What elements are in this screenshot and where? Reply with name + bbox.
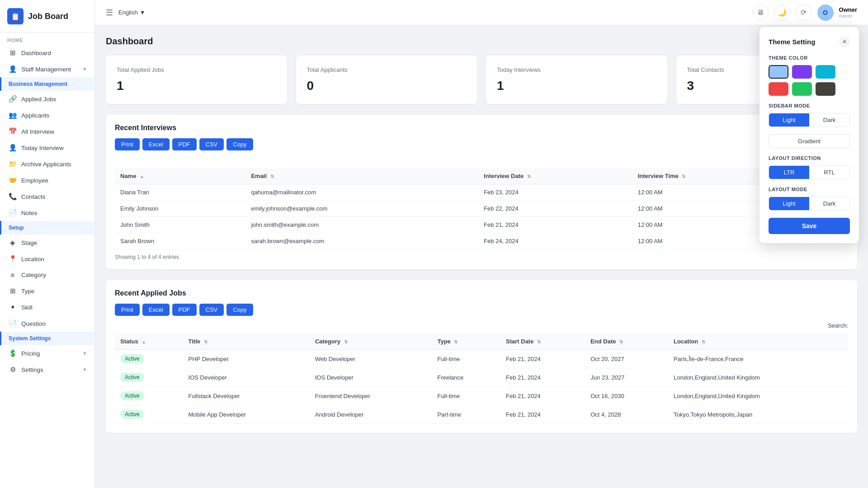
setup-section-label: Setup	[9, 225, 24, 231]
sort-icon: ⇅	[702, 339, 705, 344]
chevron-down-icon: ▼	[82, 367, 87, 372]
sidebar-section-business[interactable]: Business Management	[0, 77, 94, 91]
layout-light-button[interactable]: Light	[769, 197, 809, 210]
col-start-date[interactable]: Start Date ⇅	[500, 333, 585, 350]
sidebar-item-applied-jobs[interactable]: 🔗 Applied Jobs	[0, 91, 94, 107]
app-title: Job Board	[28, 12, 68, 21]
sidebar-item-stage[interactable]: ◈ Stage	[0, 235, 94, 251]
sidebar-item-label: Dashboard	[21, 50, 51, 56]
col-location[interactable]: Location ⇅	[668, 333, 848, 350]
sidebar-item-location[interactable]: 📍 Location	[0, 251, 94, 267]
sidebar-item-category[interactable]: ≡ Category	[0, 267, 94, 283]
cell-email: emily.johnson@example.com	[245, 201, 478, 217]
excel-button[interactable]: Excel	[142, 138, 170, 150]
layout-dark-button[interactable]: Dark	[809, 197, 849, 210]
cell-email: sarah.brown@example.com	[245, 233, 478, 249]
sidebar-item-question[interactable]: 📄 Question	[0, 315, 94, 332]
sidebar-item-notes[interactable]: 📄 Notes	[0, 205, 94, 221]
sidebar-item-contacts[interactable]: 📞 Contacts	[0, 188, 94, 205]
gradient-button[interactable]: Gradient	[769, 134, 850, 148]
sidebar-section-system[interactable]: System Settings	[0, 332, 94, 345]
pdf-button[interactable]: PDF	[172, 304, 197, 316]
color-swatch-green[interactable]	[792, 82, 812, 96]
sidebar-item-type[interactable]: ⊞ Type	[0, 283, 94, 299]
table-row: John Smith john.smith@example.com Feb 21…	[115, 217, 848, 233]
pdf-button[interactable]: PDF	[172, 138, 197, 150]
sidebar-item-all-interview[interactable]: 📅 All Interview	[0, 123, 94, 140]
csv-button[interactable]: CSV	[199, 138, 224, 150]
interviews-table: Name ▲ Email ⇅ Interview Date ⇅ Intervie…	[115, 168, 848, 249]
stat-applied-jobs: Total Applied Jobs 1	[106, 56, 287, 104]
moon-icon[interactable]: 🌙	[774, 5, 790, 21]
col-status[interactable]: Status ▲	[115, 333, 183, 350]
archive-icon: 📁	[9, 160, 17, 168]
col-category[interactable]: Category ⇅	[310, 333, 432, 350]
ltr-button[interactable]: LTR	[769, 166, 809, 179]
sort-icon: ⇅	[682, 174, 685, 179]
sidebar-item-dashboard[interactable]: ⊞ Dashboard	[0, 45, 94, 61]
sidebar-item-today-interview[interactable]: 👤 Today Interview	[0, 140, 94, 156]
sidebar-item-skill[interactable]: ✦ Skill	[0, 299, 94, 315]
sidebar-section-setup[interactable]: Setup	[0, 221, 94, 235]
col-name[interactable]: Name ▲	[115, 168, 245, 184]
csv-button[interactable]: CSV	[199, 304, 224, 316]
table-row: Active PHP Developer Web Developer Full-…	[115, 350, 848, 368]
color-swatch-blue-light[interactable]	[769, 65, 788, 79]
cell-title: PHP Developer	[183, 350, 310, 368]
sidebar-item-settings[interactable]: ⚙ Settings ▼	[0, 361, 94, 378]
excel-button[interactable]: Excel	[142, 304, 170, 316]
col-email[interactable]: Email ⇅	[245, 168, 478, 184]
cell-category: Android Developer	[310, 405, 432, 424]
cell-name: John Smith	[115, 217, 245, 233]
sidebar-dark-button[interactable]: Dark	[809, 113, 849, 127]
theme-close-button[interactable]: ×	[839, 36, 850, 47]
stat-value: 0	[307, 79, 467, 93]
rtl-button[interactable]: RTL	[809, 166, 849, 179]
color-swatch-purple[interactable]	[792, 65, 812, 79]
col-end-date[interactable]: End Date ⇅	[585, 333, 668, 350]
table-row: Emily Johnson emily.johnson@example.com …	[115, 201, 848, 217]
theme-panel-title: Theme Setting	[769, 38, 815, 46]
refresh-icon[interactable]: ⟳	[796, 5, 812, 21]
sidebar-item-employee[interactable]: 🤝 Employee	[0, 172, 94, 188]
table-row: Active Mobile App Developer Android Deve…	[115, 405, 848, 424]
sort-icon: ⇅	[454, 339, 458, 344]
sidebar-item-label: Staff Management	[21, 66, 71, 73]
col-interview-date[interactable]: Interview Date ⇅	[478, 168, 632, 184]
col-title[interactable]: Title ⇅	[183, 333, 310, 350]
sort-icon: ▲	[140, 174, 144, 179]
pricing-icon: 💲	[9, 349, 17, 357]
hamburger-icon[interactable]: ☰	[106, 8, 113, 18]
layout-direction-toggle: LTR RTL	[769, 165, 850, 179]
col-type[interactable]: Type ⇅	[432, 333, 500, 350]
color-swatch-red[interactable]	[769, 82, 788, 96]
cell-status: Active	[115, 405, 183, 424]
app-logo[interactable]: 📋 Job Board	[0, 0, 94, 33]
cell-location: Tokyo,Tokyo Metropolis,Japan	[668, 405, 848, 424]
print-button[interactable]: Print	[115, 138, 140, 150]
monitor-icon[interactable]: 🖥	[752, 5, 769, 21]
cell-start-date: Feb 21, 2024	[500, 405, 585, 424]
sidebar-item-staff-management[interactable]: 👤 Staff Management ▼	[0, 61, 94, 77]
copy-button[interactable]: Copy	[226, 138, 253, 150]
color-swatch-brown[interactable]	[816, 82, 835, 96]
layout-mode-label: LAYOUT MODE	[769, 187, 850, 192]
stat-value: 1	[117, 79, 276, 93]
copy-button[interactable]: Copy	[226, 304, 253, 316]
color-swatch-cyan[interactable]	[816, 65, 835, 79]
location-icon: 📍	[9, 255, 17, 263]
sidebar-light-button[interactable]: Light	[769, 113, 809, 127]
sidebar-mode-label: SIDEBAR MODE	[769, 103, 850, 108]
cell-status: Active	[115, 387, 183, 405]
sidebar-item-applicants[interactable]: 👥 Applicants	[0, 107, 94, 123]
cell-end-date: Oct 16, 2030	[585, 387, 668, 405]
cell-date: Feb 21, 2024	[478, 217, 632, 233]
sidebar-item-pricing[interactable]: 💲 Pricing ▼	[0, 345, 94, 361]
language-selector[interactable]: English ▼	[118, 9, 146, 16]
avatar[interactable]: O	[817, 5, 834, 21]
layout-mode-toggle: Light Dark	[769, 197, 850, 211]
print-button[interactable]: Print	[115, 304, 140, 316]
sidebar-item-label: Type	[21, 288, 34, 295]
save-button[interactable]: Save	[769, 218, 850, 234]
sidebar-item-archive-applicants[interactable]: 📁 Archive Applicants	[0, 156, 94, 172]
